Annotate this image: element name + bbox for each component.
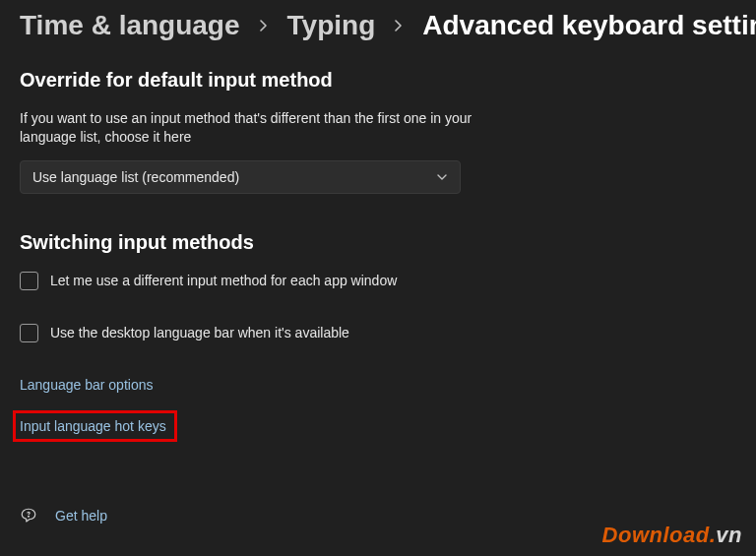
section-title-override: Override for default input method — [20, 69, 736, 92]
breadcrumb-advanced-keyboard-settings: Advanced keyboard settings — [422, 10, 756, 41]
chevron-right-icon — [393, 20, 405, 31]
section-title-switching: Switching input methods — [20, 231, 736, 254]
svg-point-0 — [29, 516, 30, 517]
chevron-right-icon — [258, 20, 270, 31]
watermark-brand: Download — [602, 523, 710, 547]
chevron-down-icon — [436, 171, 448, 183]
highlight-annotation: Input language hot keys — [13, 410, 177, 442]
watermark: Download.vn — [602, 523, 742, 548]
checkbox-per-app-input-method[interactable] — [20, 272, 38, 290]
breadcrumb: Time & language Typing Advanced keyboard… — [20, 10, 736, 41]
link-input-language-hotkeys[interactable]: Input language hot keys — [20, 418, 166, 434]
input-method-dropdown[interactable]: Use language list (recommended) — [20, 160, 461, 194]
checkbox-desktop-language-bar[interactable] — [20, 324, 38, 342]
breadcrumb-time-language[interactable]: Time & language — [20, 10, 240, 41]
help-icon — [20, 507, 37, 525]
checkbox-label-desktop-bar: Use the desktop language bar when it's a… — [50, 325, 349, 340]
link-language-bar-options[interactable]: Language bar options — [20, 377, 153, 393]
breadcrumb-typing[interactable]: Typing — [287, 10, 376, 41]
watermark-tld: vn — [716, 523, 742, 547]
link-get-help[interactable]: Get help — [55, 508, 107, 524]
checkbox-label-per-app: Let me use a different input method for … — [50, 273, 397, 288]
dropdown-selected-value: Use language list (recommended) — [32, 169, 239, 185]
override-description: If you want to use an input method that'… — [20, 109, 472, 147]
